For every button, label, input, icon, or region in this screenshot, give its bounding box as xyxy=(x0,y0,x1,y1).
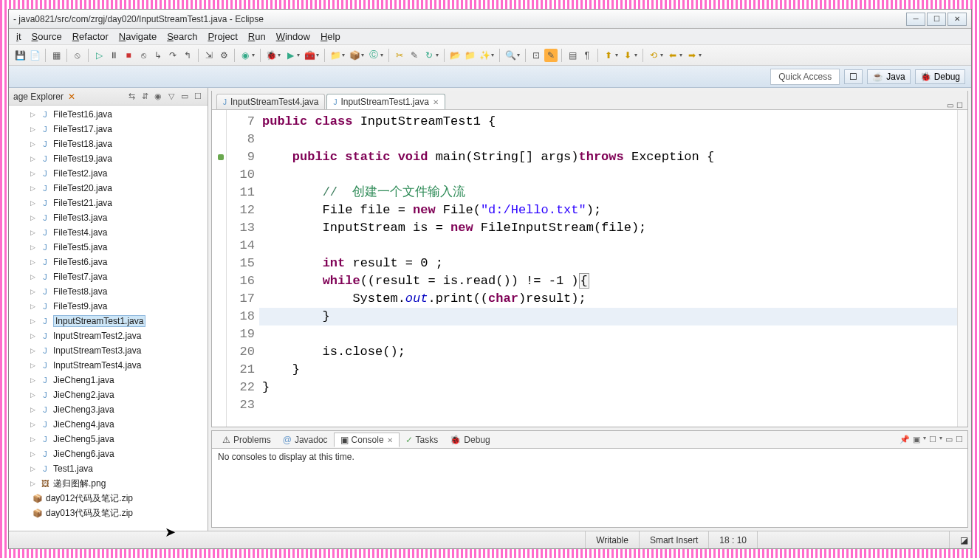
menu-search[interactable]: Search xyxy=(167,31,197,42)
step-into-icon[interactable]: ↳ xyxy=(151,49,165,62)
folder-icon[interactable]: 📁 xyxy=(463,49,476,62)
debug-icon[interactable]: 🐞 xyxy=(264,49,278,62)
highlight-icon[interactable]: ✎ xyxy=(544,49,558,62)
tree-item[interactable]: ▷JFileTest8.java xyxy=(28,284,208,299)
expand-icon[interactable]: ▷ xyxy=(28,347,37,354)
expand-icon[interactable]: ▷ xyxy=(28,125,37,133)
open-console-icon[interactable]: ☐ xyxy=(929,435,936,444)
tree-item[interactable]: ▷JJieCheng4.java xyxy=(28,417,208,432)
minimize-view-icon[interactable]: ▭ xyxy=(179,92,190,102)
code-editor[interactable]: public class InputStreamTest1 { public s… xyxy=(259,110,957,427)
tree-item[interactable]: ▷JInputStreamTest2.java xyxy=(28,328,208,343)
focus-task-icon[interactable]: ◉ xyxy=(153,92,163,102)
overview-ruler[interactable] xyxy=(957,110,967,427)
tree-item[interactable]: ▷JInputStreamTest3.java xyxy=(28,343,208,358)
tree-item[interactable]: ▷JFileTest21.java xyxy=(28,196,208,210)
menu-it[interactable]: it xyxy=(16,31,21,42)
search-icon[interactable]: 🔍 xyxy=(504,49,517,62)
expand-icon[interactable]: ▷ xyxy=(28,362,37,369)
tree-item[interactable]: ▷JFileTest6.java xyxy=(28,255,208,269)
menu-navigate[interactable]: Navigate xyxy=(119,31,157,42)
tree-item[interactable]: ▷JJieCheng6.java xyxy=(28,447,208,461)
terminate-icon[interactable]: ■ xyxy=(122,49,135,62)
tree-item[interactable]: ▷JFileTest16.java xyxy=(28,107,208,122)
tree-item[interactable]: ▷JFileTest19.java xyxy=(28,151,208,166)
disconnect-icon[interactable]: ⎋ xyxy=(137,49,150,62)
suspend-icon[interactable]: ⏸ xyxy=(107,49,120,62)
menu-project[interactable]: Project xyxy=(208,31,237,42)
line-number-gutter[interactable]: 7891011121314151617181920212223 xyxy=(227,110,259,427)
editor-maximize-icon[interactable]: ☐ xyxy=(956,101,963,109)
close-console-icon[interactable]: ✕ xyxy=(387,436,393,444)
tab-javadoc[interactable]: @Javadoc xyxy=(277,433,334,447)
build-icon[interactable]: ◉ xyxy=(239,49,252,62)
pin-console-icon[interactable]: 📌 xyxy=(900,435,910,444)
maximize-view-icon[interactable]: ☐ xyxy=(193,92,203,102)
minimize-button[interactable]: ─ xyxy=(906,13,925,26)
tree-item[interactable]: ▷JInputStreamTest1.java xyxy=(28,314,208,328)
tab-debug[interactable]: 🐞Debug xyxy=(444,433,496,447)
expand-icon[interactable]: ▷ xyxy=(28,376,37,384)
tree-item[interactable]: ▷JFileTest2.java xyxy=(28,166,208,181)
tree-item[interactable]: ▷JFileTest9.java xyxy=(28,299,208,314)
drop-to-frame-icon[interactable]: ⇲ xyxy=(202,49,216,62)
format-icon[interactable]: ⊡ xyxy=(530,49,543,62)
console-min-icon[interactable]: ▭ xyxy=(945,435,953,444)
expand-icon[interactable]: ▷ xyxy=(28,155,37,162)
back-icon[interactable]: ⬅ xyxy=(666,49,679,62)
resume-icon[interactable]: ▷ xyxy=(92,49,106,62)
external-tools-icon[interactable]: 🧰 xyxy=(303,49,316,62)
tree-item[interactable]: ▷JFileTest3.java xyxy=(28,210,208,225)
tree-item[interactable]: ▷JFileTest20.java xyxy=(28,181,208,196)
expand-icon[interactable]: ▷ xyxy=(28,421,37,428)
tree-item[interactable]: ▷JFileTest7.java xyxy=(28,269,208,284)
editor-minimize-icon[interactable]: ▭ xyxy=(947,101,953,109)
expand-icon[interactable]: ▷ xyxy=(28,391,37,399)
tree-item[interactable]: ▷JTest1.java xyxy=(28,461,208,476)
java-perspective-button[interactable]: ☕ Java xyxy=(867,69,910,84)
expand-icon[interactable]: ▷ xyxy=(28,185,37,192)
expand-icon[interactable]: ▷ xyxy=(28,288,37,295)
open-task-icon[interactable]: 📂 xyxy=(448,49,462,62)
expand-icon[interactable]: ▷ xyxy=(28,229,37,236)
new-java-project-icon[interactable]: 📁 xyxy=(329,49,342,62)
view-menu-icon[interactable]: ▽ xyxy=(166,92,177,102)
forward-icon[interactable]: ➡ xyxy=(685,49,699,62)
menu-run[interactable]: Run xyxy=(248,31,266,42)
tree-item[interactable]: ▷JFileTest17.java xyxy=(28,122,208,137)
expand-icon[interactable]: ▷ xyxy=(28,480,37,487)
step-return-icon[interactable]: ↰ xyxy=(181,49,194,62)
open-type-icon[interactable]: ✂ xyxy=(393,49,406,62)
expand-icon[interactable]: ▷ xyxy=(28,140,37,148)
display-selected-icon[interactable]: ▣ xyxy=(913,435,920,444)
console-max-icon[interactable]: ☐ xyxy=(956,435,963,444)
expand-icon[interactable]: ▷ xyxy=(28,244,37,251)
tab-console[interactable]: ▣Console✕ xyxy=(334,433,400,447)
step-over-icon[interactable]: ↷ xyxy=(166,49,179,62)
expand-icon[interactable]: ▷ xyxy=(28,170,37,177)
tree-item[interactable]: ▷🖼递归图解.png xyxy=(28,476,208,491)
toggle-breadcrumb-icon[interactable]: ▦ xyxy=(49,49,63,62)
expand-icon[interactable]: ▷ xyxy=(28,406,37,413)
menu-window[interactable]: Window xyxy=(276,31,310,42)
close-tab-icon[interactable]: ✕ xyxy=(433,98,439,106)
open-perspective-button[interactable]: ☐ xyxy=(844,69,863,84)
collapse-all-icon[interactable]: ⇆ xyxy=(126,92,137,102)
tab-tasks[interactable]: ✓Tasks xyxy=(400,433,445,447)
tree-item[interactable]: ▷JInputStreamTest4.java xyxy=(28,358,208,373)
tree-item[interactable]: ▷JFileTest5.java xyxy=(28,240,208,255)
last-edit-icon[interactable]: ⟲ xyxy=(647,49,660,62)
expand-icon[interactable]: ▷ xyxy=(28,273,37,280)
close-button[interactable]: ✕ xyxy=(948,13,967,26)
expand-icon[interactable]: ▷ xyxy=(28,465,37,472)
new-junit-icon[interactable]: ✎ xyxy=(408,49,421,62)
tab-problems[interactable]: ⚠Problems xyxy=(216,433,277,447)
menu-source[interactable]: Source xyxy=(32,31,62,42)
expand-icon[interactable]: ▷ xyxy=(28,214,37,221)
editor-tab-inputstreamtest1[interactable]: J InputStreamTest1.java ✕ xyxy=(326,94,445,109)
tree-item[interactable]: ▷JJieCheng3.java xyxy=(28,402,208,417)
expand-icon[interactable]: ▷ xyxy=(28,303,37,310)
explorer-close-icon[interactable]: ✕ xyxy=(68,92,75,102)
tree-item[interactable]: 📦day012代码及笔记.zip xyxy=(21,491,208,506)
editor-tab-inputstreamtest4[interactable]: J InputStreamTest4.java xyxy=(216,94,325,109)
